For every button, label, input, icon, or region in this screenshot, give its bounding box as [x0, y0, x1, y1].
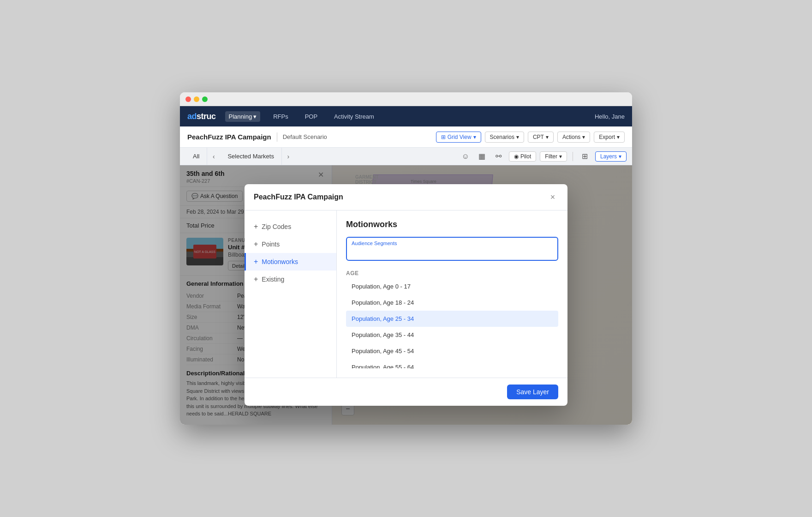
browser-chrome	[180, 92, 632, 106]
segment-age-0-17[interactable]: Population, Age 0 - 17	[346, 278, 558, 295]
modal-sidebar: + Zip Codes + Points + Motionworks	[245, 210, 337, 378]
dot-yellow[interactable]	[194, 96, 199, 102]
nav-item-activity[interactable]: Activity Stream	[330, 111, 378, 122]
emoji-icon[interactable]: ☺	[459, 150, 472, 163]
scenario-label: Default Scenario	[283, 133, 327, 140]
tab-bar: All ‹ Selected Markets › ☺ ▦ ⚯ ◉ Pilot F…	[180, 148, 632, 165]
filter-button[interactable]: Filter ▾	[540, 151, 567, 162]
pilot-button[interactable]: ◉ Pilot	[509, 151, 536, 162]
segment-age-45-54[interactable]: Population, Age 45 - 54	[346, 343, 558, 359]
modal: PeachFuzz IPA Campaign × + Zip Codes	[245, 184, 567, 406]
plus-icon-motion: +	[254, 258, 258, 266]
modal-nav-points[interactable]: + Points	[245, 235, 336, 253]
modal-main: Motionworks Audience Segments AGE Popula…	[337, 210, 567, 378]
modal-overlay[interactable]: PeachFuzz IPA Campaign × + Zip Codes	[180, 165, 632, 425]
scenarios-button[interactable]: Scenarios ▾	[485, 132, 524, 143]
link-icon[interactable]: ⚯	[492, 150, 505, 163]
grid-view-button[interactable]: ⊞ Grid View ▾	[436, 132, 481, 143]
subheader: PeachFuzz IPA Campaign Default Scenario …	[180, 126, 632, 148]
modal-section-title: Motionworks	[346, 220, 558, 229]
age-section-label: AGE	[346, 266, 558, 278]
segment-age-35-44[interactable]: Population, Age 35 - 44	[346, 327, 558, 343]
plus-icon-zip: +	[254, 222, 258, 231]
export-button[interactable]: Export ▾	[594, 132, 625, 143]
divider	[277, 132, 277, 142]
browser-dots	[185, 96, 208, 102]
campaign-title: PeachFuzz IPA Campaign	[187, 133, 271, 141]
modal-nav-motionworks[interactable]: + Motionworks	[245, 253, 336, 271]
logo: adstruc	[187, 112, 216, 121]
layers-icon-btn[interactable]: ⊞	[579, 150, 591, 163]
segment-age-55-64[interactable]: Population, Age 55 - 64	[346, 359, 558, 368]
tab-prev-chevron[interactable]: ‹	[207, 148, 220, 165]
tab-all[interactable]: All	[185, 148, 207, 165]
top-nav: adstruc Planning ▾ RFPs POP Activity Str…	[180, 106, 632, 126]
modal-header: PeachFuzz IPA Campaign ×	[245, 184, 567, 210]
segment-age-25-34[interactable]: Population, Age 25 - 34	[346, 311, 558, 327]
nav-item-planning[interactable]: Planning ▾	[225, 111, 261, 122]
audience-search-input[interactable]	[352, 247, 553, 259]
modal-footer: Save Layer	[245, 378, 567, 406]
app: adstruc Planning ▾ RFPs POP Activity Str…	[180, 106, 632, 425]
dot-green[interactable]	[202, 96, 208, 102]
modal-nav-zipcodes[interactable]: + Zip Codes	[245, 218, 336, 235]
segment-list: AGE Population, Age 0 - 17 Population, A…	[346, 266, 558, 368]
dot-red[interactable]	[185, 96, 191, 102]
tab-selected-markets[interactable]: Selected Markets	[220, 148, 281, 165]
modal-body: + Zip Codes + Points + Motionworks	[245, 210, 567, 378]
segment-age-18-24[interactable]: Population, Age 18 - 24	[346, 295, 558, 311]
nav-left: adstruc Planning ▾ RFPs POP Activity Str…	[187, 111, 378, 122]
actions-button[interactable]: Actions ▾	[557, 132, 590, 143]
modal-nav-existing[interactable]: + Existing	[245, 271, 336, 288]
nav-item-pop[interactable]: POP	[301, 111, 321, 122]
modal-title: PeachFuzz IPA Campaign	[254, 193, 343, 201]
divider-v2	[573, 152, 573, 161]
browser-window: adstruc Planning ▾ RFPs POP Activity Str…	[180, 92, 632, 425]
subheader-right: ⊞ Grid View ▾ Scenarios ▾ CPT ▾ Actions …	[436, 132, 625, 143]
layers-button[interactable]: Layers ▾	[595, 151, 627, 162]
save-layer-button[interactable]: Save Layer	[507, 385, 558, 399]
audience-input-wrapper[interactable]: Audience Segments	[346, 237, 558, 261]
tab-bar-right: ☺ ▦ ⚯ ◉ Pilot Filter ▾ ⊞ Layers ▾	[459, 150, 627, 163]
nav-greeting: Hello, Jane	[595, 113, 625, 120]
tab-next-chevron[interactable]: ›	[282, 148, 295, 165]
cpt-button[interactable]: CPT ▾	[528, 132, 554, 143]
table-icon[interactable]: ▦	[476, 150, 489, 163]
main-content: 35th and 6th #CAN-227 ✕ 💬 Ask A Question…	[180, 165, 632, 425]
modal-close-button[interactable]: ×	[547, 192, 558, 203]
plus-icon-existing: +	[254, 275, 258, 283]
plus-icon-points: +	[254, 240, 258, 248]
nav-item-rfps[interactable]: RFPs	[269, 111, 292, 122]
audience-label: Audience Segments	[352, 239, 553, 246]
